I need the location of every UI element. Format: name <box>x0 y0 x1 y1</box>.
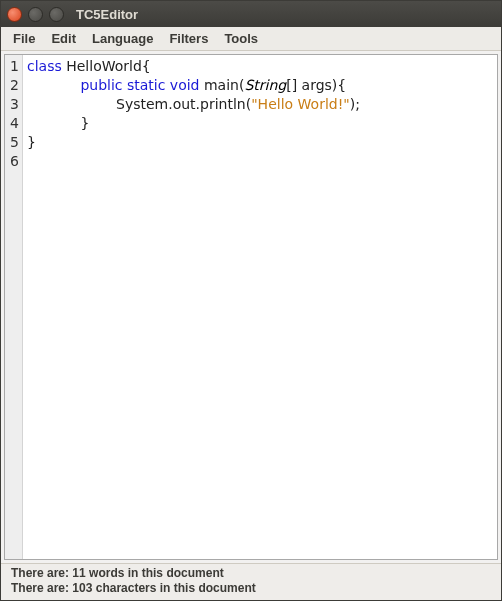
status-word-count: There are: 11 words in this document <box>11 566 491 581</box>
code-text: System.out.println( <box>27 96 251 112</box>
line-number: 1 <box>5 57 19 76</box>
menu-tools[interactable]: Tools <box>216 28 266 49</box>
status-char-count: There are: 103 characters in this docume… <box>11 581 491 596</box>
keyword: public static void <box>80 77 199 93</box>
status-bar: There are: 11 words in this document The… <box>1 563 501 600</box>
app-window: TC5Editor File Edit Language Filters Too… <box>0 0 502 601</box>
code-text: [] args){ <box>286 77 346 93</box>
line-number-gutter: 1 2 3 4 5 6 <box>5 55 23 559</box>
code-line: public static void main(String[] args){ <box>27 76 493 95</box>
menu-edit[interactable]: Edit <box>43 28 84 49</box>
minimize-icon[interactable] <box>28 7 43 22</box>
line-number: 2 <box>5 76 19 95</box>
code-text: main( <box>200 77 245 93</box>
code-line: System.out.println("Hello World!"); <box>27 95 493 114</box>
title-bar[interactable]: TC5Editor <box>1 1 501 27</box>
menu-bar: File Edit Language Filters Tools <box>1 27 501 51</box>
type: String <box>244 77 286 93</box>
maximize-icon[interactable] <box>49 7 64 22</box>
editor-area[interactable]: 1 2 3 4 5 6 class HelloWorld{ public sta… <box>4 54 498 560</box>
menu-language[interactable]: Language <box>84 28 161 49</box>
code-line: } <box>27 114 493 133</box>
menu-filters[interactable]: Filters <box>161 28 216 49</box>
code-line: class HelloWorld{ <box>27 57 493 76</box>
line-number: 6 <box>5 152 19 171</box>
keyword: class <box>27 58 62 74</box>
code-editor[interactable]: class HelloWorld{ public static void mai… <box>23 55 497 559</box>
code-text: HelloWorld{ <box>62 58 151 74</box>
menu-file[interactable]: File <box>5 28 43 49</box>
code-text <box>27 77 80 93</box>
code-text: ); <box>350 96 360 112</box>
line-number: 3 <box>5 95 19 114</box>
string: "Hello World!" <box>251 96 350 112</box>
line-number: 5 <box>5 133 19 152</box>
close-icon[interactable] <box>7 7 22 22</box>
code-line: } <box>27 133 493 152</box>
window-title: TC5Editor <box>76 7 138 22</box>
line-number: 4 <box>5 114 19 133</box>
